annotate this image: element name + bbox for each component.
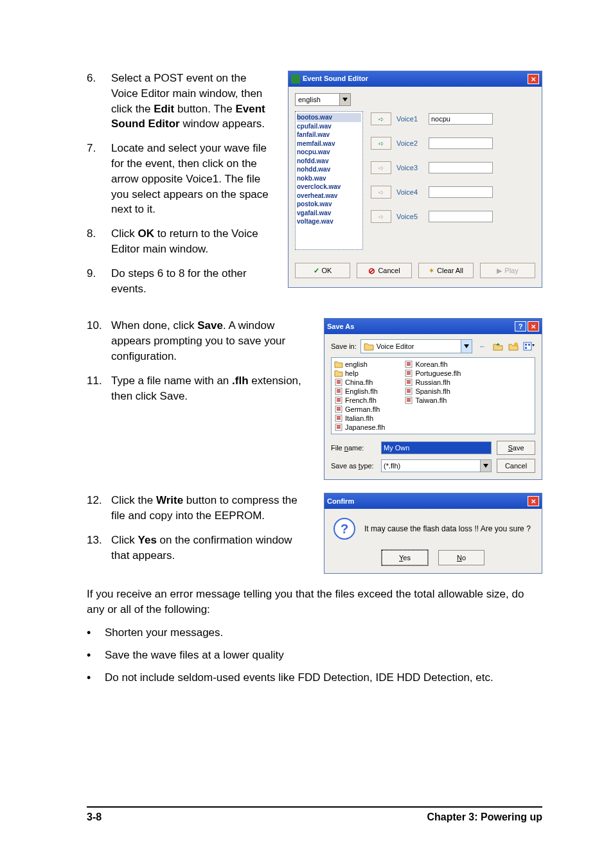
file-item[interactable]: Japanese.flh: [334, 423, 385, 431]
assign-arrow-button[interactable]: ➪: [371, 137, 391, 150]
yes-button[interactable]: Yes: [382, 550, 428, 565]
play-button[interactable]: ▶Play: [480, 263, 535, 278]
file-list[interactable]: englishhelpChina.flhEnglish.flhFrench.fl…: [331, 357, 535, 434]
close-icon[interactable]: ✕: [528, 496, 539, 506]
language-value: english: [296, 96, 339, 103]
save-in-dropdown[interactable]: Voice Editor: [360, 339, 472, 353]
confirm-titlebar[interactable]: Confirm ✕: [324, 493, 542, 509]
file-item[interactable]: Korean.flh: [404, 360, 461, 368]
assign-arrow-button[interactable]: ➪: [371, 161, 391, 174]
file-item[interactable]: English.flh: [334, 387, 385, 395]
file-item[interactable]: French.flh: [334, 396, 385, 404]
svg-rect-10: [337, 391, 341, 393]
folder-icon: [334, 360, 343, 368]
cancel-button[interactable]: Cancel: [497, 459, 535, 473]
wav-file-item[interactable]: overheat.wav: [297, 191, 361, 200]
chevron-down-icon[interactable]: [461, 340, 472, 353]
instruction-step: 7.Locate and select your wave file for t…: [87, 141, 275, 217]
voice-input[interactable]: [429, 113, 493, 125]
voice-input[interactable]: [429, 137, 493, 149]
file-item[interactable]: China.flh: [334, 378, 385, 386]
voice-input[interactable]: [429, 162, 493, 173]
up-folder-icon[interactable]: [492, 340, 504, 353]
check-icon: ✓: [314, 267, 319, 275]
assign-arrow-button[interactable]: ➪: [371, 112, 391, 125]
instruction-step: 11.Type a file name with an .flh extensi…: [87, 373, 311, 404]
flh-file-icon: [404, 360, 413, 368]
wav-file-item[interactable]: nofdd.wav: [297, 157, 361, 166]
filetype-input[interactable]: [381, 459, 481, 472]
file-item[interactable]: Russian.flh: [404, 378, 461, 386]
ese-titlebar[interactable]: Event Sound Editor ✕: [289, 71, 542, 87]
wav-file-item[interactable]: nocpu.wav: [297, 148, 361, 157]
instruction-step: 8.Click OK to return to the Voice Editor…: [87, 226, 275, 257]
wav-file-list[interactable]: bootos.wavcpufail.wavfanfail.wavmemfail.…: [295, 111, 363, 250]
saveas-titlebar[interactable]: Save As ? ✕: [324, 319, 542, 334]
voice-input[interactable]: [429, 186, 493, 198]
broom-icon: ✶: [429, 267, 434, 275]
instruction-step: 13.Click Yes on the confirmation window …: [87, 533, 311, 563]
file-item[interactable]: Portuguese.flh: [404, 369, 461, 377]
voice-label: Voice5: [396, 213, 423, 220]
wav-file-item[interactable]: nokb.wav: [297, 174, 361, 183]
chapter-title: Chapter 3: Powering up: [427, 811, 542, 823]
wav-file-item[interactable]: nohdd.wav: [297, 165, 361, 174]
wav-file-item[interactable]: memfail.wav: [297, 139, 361, 148]
new-folder-icon[interactable]: [507, 340, 520, 353]
event-sound-editor-window: Event Sound Editor ✕ english bootos.wavc…: [288, 71, 542, 288]
file-item[interactable]: German.flh: [334, 405, 385, 413]
ok-button[interactable]: ✓OK: [295, 263, 350, 278]
chevron-down-icon[interactable]: [339, 94, 350, 105]
save-as-dialog: Save As ? ✕ Save in: Voice Editor: [324, 318, 542, 480]
save-button[interactable]: Save: [497, 441, 535, 455]
wav-file-item[interactable]: fanfail.wav: [297, 130, 361, 139]
filename-input[interactable]: [381, 441, 492, 454]
flh-file-icon: [404, 378, 413, 386]
voice-label: Voice4: [396, 188, 423, 196]
save-in-label: Save in:: [331, 342, 357, 350]
svg-rect-27: [407, 371, 411, 373]
file-item[interactable]: Italian.flh: [334, 414, 385, 422]
flh-file-icon: [334, 423, 343, 431]
svg-rect-4: [525, 347, 527, 349]
view-menu-icon[interactable]: [522, 340, 535, 353]
close-icon[interactable]: ✕: [528, 321, 539, 332]
cancel-icon: ⊘: [368, 266, 375, 276]
chevron-down-icon[interactable]: [481, 459, 492, 472]
play-icon: ▶: [497, 267, 502, 275]
wav-file-item[interactable]: vgafail.wav: [297, 209, 361, 218]
assign-arrow-button[interactable]: ➪: [371, 210, 391, 223]
wav-file-item[interactable]: overclock.wav: [297, 182, 361, 191]
file-item[interactable]: english: [334, 360, 385, 368]
bullet-item: •Do not include seldom-used events like …: [87, 670, 542, 686]
close-icon[interactable]: ✕: [528, 74, 539, 84]
svg-rect-30: [407, 380, 411, 382]
instruction-step: 9.Do steps 6 to 8 for the other events.: [87, 266, 275, 297]
file-item[interactable]: Spanish.flh: [404, 387, 461, 395]
voice-row: ➪Voice4: [371, 186, 535, 199]
svg-rect-22: [337, 427, 341, 429]
voice-input[interactable]: [429, 211, 493, 222]
svg-rect-12: [337, 398, 341, 400]
language-dropdown[interactable]: english: [295, 93, 351, 106]
help-icon[interactable]: ?: [515, 321, 526, 332]
svg-rect-3: [528, 344, 530, 346]
ese-app-icon: [291, 75, 300, 84]
file-item[interactable]: help: [334, 369, 385, 377]
svg-rect-34: [407, 391, 411, 393]
wav-file-item[interactable]: postok.wav: [297, 200, 361, 209]
back-icon[interactable]: ←: [476, 340, 489, 353]
svg-rect-28: [407, 373, 411, 375]
voice-row: ➪Voice2: [371, 137, 535, 150]
clear-all-button[interactable]: ✶Clear All: [418, 263, 474, 278]
wav-file-item[interactable]: cpufail.wav: [297, 122, 361, 131]
assign-arrow-button[interactable]: ➪: [371, 186, 391, 199]
filename-label: File name:: [331, 444, 376, 452]
cancel-button[interactable]: ⊘Cancel: [357, 263, 412, 278]
file-item[interactable]: Taiwan.flh: [404, 396, 461, 404]
wav-file-item[interactable]: bootos.wav: [297, 113, 361, 122]
ese-title: Event Sound Editor: [303, 75, 368, 82]
wav-file-item[interactable]: voltage.wav: [297, 217, 361, 226]
svg-rect-25: [407, 364, 411, 366]
no-button[interactable]: No: [438, 550, 484, 565]
